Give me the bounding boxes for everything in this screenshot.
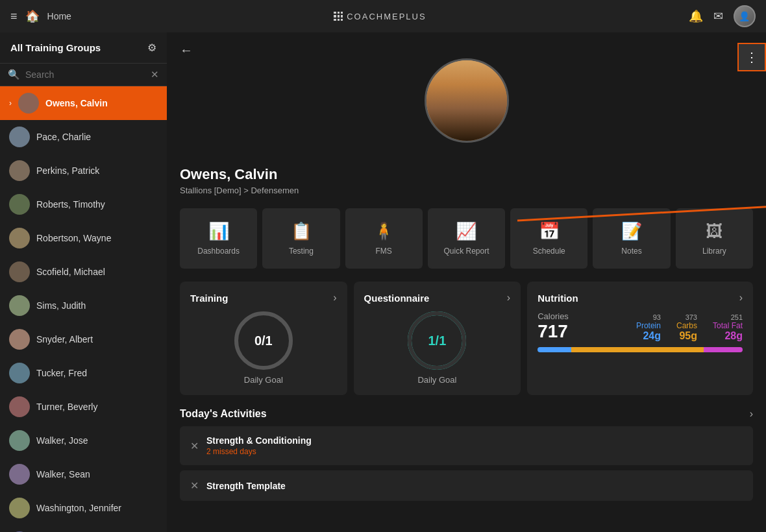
item-avatar xyxy=(9,363,30,383)
item-name: Washington, Jennifer xyxy=(36,503,121,513)
item-name: Turner, Beverly xyxy=(36,402,97,412)
nav-card-schedule[interactable]: 📅 Schedule xyxy=(510,208,587,269)
protein-macro: 93 Protein 24g xyxy=(636,313,661,342)
nav-card-icon-5: 📝 xyxy=(621,221,642,241)
item-name: Walker, Jose xyxy=(36,435,88,446)
activities-section: Today's Activities › ✕ Strength & Condit… xyxy=(167,402,766,513)
nav-card-icon-4: 📅 xyxy=(539,221,560,241)
nav-right: 🔔 ✉ 👤 xyxy=(689,5,756,27)
sidebar-item-2[interactable]: Perkins, Patrick xyxy=(0,154,167,187)
item-name: Perkins, Patrick xyxy=(36,165,99,176)
activity-item-1[interactable]: ✕ Strength Template xyxy=(180,470,753,501)
profile-photo xyxy=(425,58,509,143)
search-input[interactable] xyxy=(25,69,145,80)
sidebar-arrow-icon: › xyxy=(9,99,12,108)
nav-card-library[interactable]: 🖼 Library xyxy=(676,208,753,269)
training-progress: 0/1 xyxy=(254,333,273,348)
item-avatar xyxy=(9,295,30,316)
carbs-label: Carbs xyxy=(676,321,697,330)
sidebar-item-4[interactable]: Robertson, Wayne xyxy=(0,221,167,255)
sidebar-item-7[interactable]: Snyder, Albert xyxy=(0,322,167,356)
activity-sub-0: 2 missed days xyxy=(206,447,312,456)
item-avatar xyxy=(9,261,30,282)
nav-card-label-5: Notes xyxy=(621,247,641,256)
nav-card-notes[interactable]: 📝 Notes xyxy=(593,208,670,269)
nav-center: COACHMEPLUS xyxy=(334,12,426,21)
sidebar-item-5[interactable]: Scofield, Michael xyxy=(0,255,167,289)
nav-card-fms[interactable]: 🧍 FMS xyxy=(345,208,423,269)
protein-label: Protein xyxy=(636,321,661,330)
clear-search-icon[interactable]: ✕ xyxy=(151,69,159,80)
sidebar-item-8[interactable]: Tucker, Fred xyxy=(0,356,167,390)
nav-card-label-4: Schedule xyxy=(533,247,565,256)
nav-card-quick-report[interactable]: 📈 Quick Report xyxy=(428,208,505,269)
carbs-macro: 373 Carbs 95g xyxy=(676,313,697,342)
training-label: Daily Goal xyxy=(190,375,337,385)
fat-bar xyxy=(704,347,743,352)
sidebar-item-6[interactable]: Sims, Judith xyxy=(0,289,167,322)
bell-icon[interactable]: 🔔 xyxy=(689,9,703,23)
sidebar-item-1[interactable]: Pace, Charlie xyxy=(0,120,167,154)
profile-section xyxy=(167,32,766,156)
sidebar-item-11[interactable]: Walker, Sean xyxy=(0,457,167,491)
nav-card-label-2: FMS xyxy=(376,247,392,256)
calories-label: Calories xyxy=(537,311,569,321)
carbs-bar xyxy=(571,347,704,352)
nav-card-testing[interactable]: 📋 Testing xyxy=(262,208,340,269)
filter-icon[interactable]: ⚙ xyxy=(147,42,156,54)
item-avatar xyxy=(9,228,30,248)
item-avatar xyxy=(9,498,30,518)
fat-macro: 251 Total Fat 28g xyxy=(713,313,743,342)
nav-card-icon-1: 📋 xyxy=(291,221,312,241)
nutrition-bar xyxy=(537,347,743,352)
item-avatar xyxy=(18,93,39,114)
questionnaire-arrow-icon[interactable]: › xyxy=(507,292,510,304)
item-name: Walker, Sean xyxy=(36,469,90,479)
hamburger-button[interactable]: ≡ xyxy=(10,10,18,23)
questionnaire-circle: 1/1 xyxy=(408,311,466,370)
activity-item-0[interactable]: ✕ Strength & Conditioning 2 missed days xyxy=(180,426,753,465)
questionnaire-widget: Questionnaire › 1/1 Daily Goal xyxy=(354,282,521,395)
sidebar-item-0[interactable]: › Owens, Calvin xyxy=(0,86,167,120)
sidebar-item-13[interactable]: Welch, Todd xyxy=(0,525,167,532)
profile-info: Owens, Calvin Stallions [Demo] > Defense… xyxy=(167,156,766,195)
training-arrow-icon[interactable]: › xyxy=(333,292,336,304)
item-name: Roberts, Timothy xyxy=(36,199,105,210)
item-name: Pace, Charlie xyxy=(36,132,91,142)
item-avatar xyxy=(9,430,30,451)
user-avatar-top[interactable]: 👤 xyxy=(734,5,756,27)
protein-bar xyxy=(537,347,571,352)
mail-icon[interactable]: ✉ xyxy=(713,9,723,23)
item-name: Sims, Judith xyxy=(36,300,86,311)
sidebar-item-9[interactable]: Turner, Beverly xyxy=(0,390,167,424)
activity-name-0: Strength & Conditioning xyxy=(206,435,312,446)
calories-value: 717 xyxy=(537,321,569,342)
activity-info-0: Strength & Conditioning 2 missed days xyxy=(206,435,312,456)
brand-logo: COACHMEPLUS xyxy=(347,12,426,21)
carbs-value: 95g xyxy=(676,330,697,342)
content-area: ← ⋮ Owens, Calvin Stallions [Demo] > Def… xyxy=(167,32,766,532)
item-avatar xyxy=(9,194,30,215)
item-avatar xyxy=(9,464,30,485)
activities-list: ✕ Strength & Conditioning 2 missed days … xyxy=(180,426,753,501)
nav-card-label-0: Dashboards xyxy=(197,247,240,256)
widget-row: Training › 0/1 Daily Goal Questionnaire … xyxy=(167,275,766,402)
more-options-button[interactable]: ⋮ xyxy=(737,43,766,71)
home-icon: 🏠 xyxy=(25,9,40,23)
nutrition-arrow-icon[interactable]: › xyxy=(739,292,743,304)
training-title: Training xyxy=(190,293,228,304)
sidebar-item-12[interactable]: Washington, Jennifer xyxy=(0,491,167,525)
nav-card-icon-3: 📈 xyxy=(456,221,476,241)
nav-card-dashboards[interactable]: 📊 Dashboards xyxy=(180,208,257,269)
sidebar-list: › Owens, Calvin Pace, Charlie Perkins, P… xyxy=(0,86,167,532)
profile-sub: Stallions [Demo] > Defensemen xyxy=(180,186,753,195)
activities-arrow-icon[interactable]: › xyxy=(750,408,753,420)
profile-name: Owens, Calvin xyxy=(180,166,753,183)
sidebar-item-10[interactable]: Walker, Jose xyxy=(0,424,167,457)
main-layout: All Training Groups ⚙ 🔍 ✕ › Owens, Calvi… xyxy=(0,32,766,532)
item-name: Scofield, Michael xyxy=(36,267,105,277)
nutrition-title: Nutrition xyxy=(537,293,578,304)
sidebar: All Training Groups ⚙ 🔍 ✕ › Owens, Calvi… xyxy=(0,32,167,532)
nav-card-icon-2: 🧍 xyxy=(373,221,394,241)
sidebar-item-3[interactable]: Roberts, Timothy xyxy=(0,187,167,221)
